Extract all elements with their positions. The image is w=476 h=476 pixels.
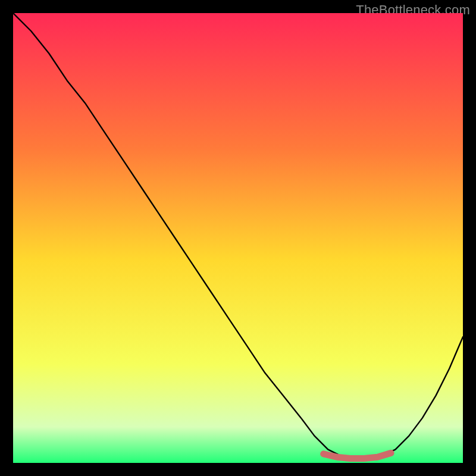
bottleneck-curve-chart	[13, 13, 463, 463]
plot-area	[13, 13, 463, 463]
chart-frame: TheBottleneck.com	[0, 0, 476, 476]
gradient-background	[13, 13, 463, 463]
